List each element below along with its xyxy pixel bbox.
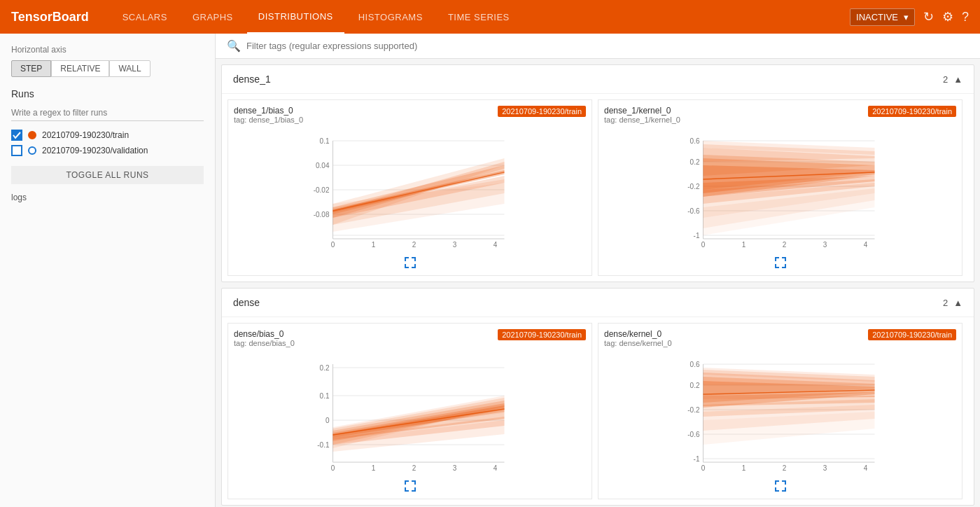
chart-title-block-db: dense/bias_0 tag: dense/bias_0 <box>234 329 295 347</box>
status-dropdown[interactable]: INACTIVE ▾ <box>850 8 915 26</box>
svg-rect-62 <box>775 257 776 261</box>
svg-text:-0.02: -0.02 <box>314 186 330 194</box>
app-logo: TensorBoard <box>11 10 89 25</box>
chart-svg-dense-bias-0: 0.2 0.1 0 -0.1 0 1 2 3 4 <box>234 350 586 476</box>
section-body-dense-1: dense_1/bias_0 tag: dense_1/bias_0 20210… <box>222 94 974 282</box>
expand-btn-dense-bias-0[interactable] <box>234 479 586 493</box>
svg-text:0.2: 0.2 <box>690 382 700 389</box>
main-layout: Horizontal axis STEP RELATIVE WALL Runs … <box>0 34 980 507</box>
run-badge-dense-1-kernel-0: 20210709-190230/train <box>868 106 956 117</box>
collapse-icon-dense-1[interactable]: ▲ <box>953 74 962 85</box>
chart-area-dense-1-kernel-0: 0.6 0.2 -0.2 -0.6 -1 0 1 2 3 4 <box>604 127 956 253</box>
svg-text:-1: -1 <box>694 455 700 463</box>
chart-tag-dense-bias-0: tag: dense/bias_0 <box>234 339 295 347</box>
toggle-all-runs-button[interactable]: TOGGLE ALL RUNS <box>11 166 204 184</box>
run-badge-dense-bias-0: 20210709-190230/train <box>498 329 586 340</box>
section-count-dense: 2 <box>943 298 948 308</box>
chart-tag-dense-1-bias-0: tag: dense_1/bias_0 <box>234 116 303 124</box>
svg-text:0.1: 0.1 <box>320 392 330 400</box>
svg-text:0.2: 0.2 <box>320 364 330 372</box>
svg-rect-96 <box>414 480 416 485</box>
section-title-dense-1: dense_1 <box>233 74 271 85</box>
sidebar: Horizontal axis STEP RELATIVE WALL Runs … <box>0 34 216 507</box>
svg-text:0.2: 0.2 <box>690 158 700 166</box>
expand-icon-dk <box>774 479 788 493</box>
nav-time-series[interactable]: TIME SERIES <box>437 0 521 34</box>
section-header-right-dense-1: 2 ▲ <box>943 74 962 85</box>
expand-btn-dense-1-bias-0[interactable] <box>234 256 586 270</box>
svg-text:-1: -1 <box>694 232 700 239</box>
nav-distributions[interactable]: DISTRIBUTIONS <box>247 0 344 34</box>
settings-icon[interactable]: ⚙ <box>942 9 953 25</box>
refresh-icon[interactable]: ↻ <box>923 9 934 25</box>
runs-title: Runs <box>11 88 204 99</box>
expand-icon-k <box>774 256 788 270</box>
svg-rect-31 <box>414 264 416 268</box>
checkmark-icon <box>13 131 21 139</box>
expand-icon-db <box>403 479 417 493</box>
chart-title-block-k: dense_1/kernel_0 tag: dense_1/kernel_0 <box>604 106 680 124</box>
svg-text:2: 2 <box>412 464 416 472</box>
svg-text:1: 1 <box>372 464 376 472</box>
collapse-icon-dense[interactable]: ▲ <box>953 298 962 308</box>
chart-dense-1-kernel-0: dense_1/kernel_0 tag: dense_1/kernel_0 2… <box>598 99 962 276</box>
svg-rect-27 <box>414 257 416 261</box>
chart-tag-dense-1-kernel-0: tag: dense_1/kernel_0 <box>604 116 680 124</box>
run-checkbox-train[interactable] <box>11 130 22 141</box>
filter-runs-input[interactable] <box>11 105 204 121</box>
chart-name-dense-1-bias-0: dense_1/bias_0 <box>234 106 303 116</box>
svg-text:2: 2 <box>412 241 416 249</box>
chart-area-dense-kernel-0: 0.6 0.2 -0.2 -0.6 -1 0 1 2 3 4 <box>604 350 956 476</box>
run-badge-dense-1-bias-0: 20210709-190230/train <box>498 106 586 117</box>
svg-text:-0.1: -0.1 <box>317 441 330 449</box>
svg-text:0.04: 0.04 <box>316 162 330 169</box>
svg-text:4: 4 <box>493 241 498 249</box>
chart-dense-kernel-0: dense/kernel_0 tag: dense/kernel_0 20210… <box>598 323 962 499</box>
svg-text:-0.2: -0.2 <box>687 406 700 414</box>
svg-rect-94 <box>405 480 406 485</box>
svg-text:3: 3 <box>823 241 827 249</box>
svg-text:0: 0 <box>701 464 706 472</box>
svg-text:1: 1 <box>742 241 746 249</box>
chart-header-dense-1-bias-0: dense_1/bias_0 tag: dense_1/bias_0 20210… <box>234 106 586 124</box>
chart-name-dense-1-kernel-0: dense_1/kernel_0 <box>604 106 680 116</box>
svg-text:0.6: 0.6 <box>690 137 700 145</box>
nav-histograms[interactable]: HISTOGRAMS <box>347 0 434 34</box>
filter-bar: 🔍 <box>216 34 980 59</box>
svg-text:0: 0 <box>701 241 706 249</box>
svg-text:-0.6: -0.6 <box>687 207 700 215</box>
chart-header-dense-1-kernel-0: dense_1/kernel_0 tag: dense_1/kernel_0 2… <box>604 106 956 124</box>
svg-text:-0.2: -0.2 <box>687 183 700 190</box>
help-icon[interactable]: ? <box>962 10 969 25</box>
chart-svg-dense-1-kernel-0: 0.6 0.2 -0.2 -0.6 -1 0 1 2 3 4 <box>604 127 956 253</box>
nav-scalars[interactable]: SCALARS <box>111 0 178 34</box>
svg-rect-68 <box>785 264 786 268</box>
section-dense: dense 2 ▲ dense/bias_0 tag: dense/bias_0… <box>221 288 974 506</box>
svg-text:-0.6: -0.6 <box>687 431 700 438</box>
svg-text:4: 4 <box>493 464 498 472</box>
svg-text:2: 2 <box>783 241 787 249</box>
chart-area-dense-bias-0: 0.2 0.1 0 -0.1 0 1 2 3 4 <box>234 350 586 476</box>
chart-title-block-dk: dense/kernel_0 tag: dense/kernel_0 <box>604 329 672 347</box>
svg-text:1: 1 <box>372 241 376 249</box>
section-title-dense: dense <box>233 297 260 308</box>
chart-area-dense-1-bias-0: 0.1 0.04 -0.02 -0.08 0 1 2 3 4 <box>234 127 586 253</box>
axis-btn-relative[interactable]: RELATIVE <box>51 60 109 77</box>
svg-rect-29 <box>405 264 406 268</box>
axis-btn-wall[interactable]: WALL <box>109 60 150 77</box>
svg-text:0.6: 0.6 <box>690 361 700 368</box>
chart-name-dense-kernel-0: dense/kernel_0 <box>604 329 672 339</box>
axis-btn-step[interactable]: STEP <box>11 60 51 77</box>
svg-text:2: 2 <box>783 464 787 472</box>
svg-text:0: 0 <box>331 464 335 472</box>
chart-svg-dense-1-bias-0: 0.1 0.04 -0.02 -0.08 0 1 2 3 4 <box>234 127 586 253</box>
nav-graphs[interactable]: GRAPHS <box>181 0 244 34</box>
expand-btn-dense-1-kernel-0[interactable] <box>604 256 956 270</box>
expand-btn-dense-kernel-0[interactable] <box>604 479 956 493</box>
chevron-down-icon: ▾ <box>904 12 909 22</box>
run-item-train: 20210709-190230/train <box>11 130 204 141</box>
chart-name-dense-bias-0: dense/bias_0 <box>234 329 295 339</box>
section-header-right-dense: 2 ▲ <box>943 298 962 308</box>
filter-tags-input[interactable] <box>246 41 969 51</box>
run-checkbox-validation[interactable] <box>11 145 22 156</box>
